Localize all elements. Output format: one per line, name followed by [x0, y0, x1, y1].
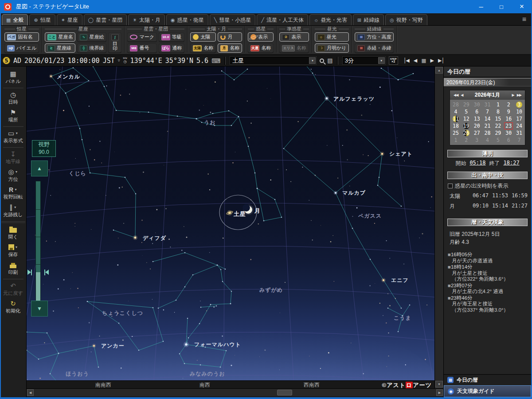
- step-dropdown-arrow[interactable]: ▼: [378, 57, 385, 64]
- step-multiplier-icon[interactable]: STEP×2: [389, 56, 398, 65]
- scroll-left-button[interactable]: ◀: [27, 389, 34, 396]
- vertical-scrollbar[interactable]: ▲ ▼: [434, 66, 443, 388]
- calendar-day[interactable]: 29: [461, 101, 472, 108]
- calendar-day[interactable]: 29: [493, 129, 503, 137]
- scroll-down-button[interactable]: ▼: [435, 381, 443, 387]
- calendar-day[interactable]: 8: [493, 108, 503, 115]
- sidebar-item-display-format[interactable]: ▭▼表示形式: [0, 128, 26, 146]
- constellation-name-button[interactable]: こと星座名: [45, 32, 75, 42]
- calendar-day[interactable]: 6: [472, 108, 482, 115]
- common-name-button[interactable]: ばら通称: [159, 43, 184, 53]
- bayer-button[interactable]: αβバイエル: [4, 43, 39, 53]
- limit-magnitude-field[interactable]: 5.6: [196, 57, 208, 65]
- sidebar-item-light-trail[interactable]: ∥▼光跡残し: [0, 202, 26, 220]
- azimuth-altitude-button[interactable]: ⊞方位・高度: [355, 32, 394, 42]
- calendar-day[interactable]: 2: [461, 137, 472, 144]
- calendar-day[interactable]: 7: [514, 137, 524, 144]
- calendar-day[interactable]: 28: [450, 101, 461, 108]
- minimize-button[interactable]: ─: [471, 0, 491, 13]
- calendar-day[interactable]: 15: [493, 115, 503, 122]
- calendar-day[interactable]: 12: [461, 115, 472, 122]
- tab-sun-moon[interactable]: ☀太陽・月: [128, 14, 165, 25]
- calendar-day[interactable]: 9: [503, 108, 514, 115]
- planet-display-button[interactable]: 表示: [248, 32, 274, 42]
- tab-comets[interactable]: ╲彗星・小惑星: [210, 14, 256, 25]
- time-field[interactable]: 18:00:00: [67, 57, 99, 65]
- panel-tab-phenomena-guide[interactable]: ◉天文現象ガイド: [444, 385, 531, 397]
- calendar-day[interactable]: 3: [514, 101, 524, 108]
- sidebar-item-undo[interactable]: ↶元に戻す: [0, 281, 26, 298]
- planet-name-button[interactable]: 火星名称: [248, 43, 274, 53]
- sidebar-item-azimuth[interactable]: ◎▼方位: [0, 167, 26, 184]
- calendar-day[interactable]: 22: [493, 122, 503, 129]
- panel-tab-today-calendar[interactable]: ▦今日の暦: [444, 374, 531, 385]
- sidebar-item-location[interactable]: ⚑場所: [0, 107, 26, 125]
- sun-name-button[interactable]: 太陽名称: [190, 43, 216, 53]
- search-icon[interactable]: [320, 59, 324, 63]
- sidebar-item-save[interactable]: ▼保存: [0, 242, 26, 260]
- calendar-day[interactable]: 14: [482, 115, 493, 122]
- fov-slider[interactable]: [35, 181, 41, 305]
- calendar-day[interactable]: 7: [482, 108, 493, 115]
- skip-forward-button[interactable]: ▶│: [436, 58, 446, 63]
- dwarf-display-button[interactable]: ②表示: [279, 32, 309, 42]
- skip-back-button[interactable]: │◀: [401, 58, 411, 63]
- target-dropdown-arrow[interactable]: ▼: [309, 57, 316, 64]
- stop-button[interactable]: ■: [419, 58, 428, 64]
- calendar-day[interactable]: 13: [472, 115, 482, 122]
- target-object-select[interactable]: 土星 ▼: [230, 56, 317, 65]
- now-clock-icon[interactable]: NOW◷: [123, 57, 127, 64]
- maximize-button[interactable]: □: [491, 0, 512, 13]
- proper-name-button[interactable]: ペガ固有名: [4, 32, 39, 42]
- marker-button[interactable]: ʃ目印: [108, 32, 121, 53]
- object-list-icon[interactable]: ▤: [327, 57, 332, 64]
- sidebar-item-fov-rotate[interactable]: R▼視野回転: [0, 184, 26, 202]
- star-chart[interactable]: メンカルアルフェラッツシェアトマルカブエニフディフダアンカーフォーマルハウトうお…: [27, 66, 434, 380]
- calendar-day-today[interactable]: 23: [503, 122, 514, 129]
- scroll-up-button[interactable]: ▲: [435, 67, 443, 74]
- calendar-day[interactable]: 10: [514, 108, 524, 115]
- calendar-day[interactable]: 6: [503, 137, 514, 144]
- constellation-art-button[interactable]: ∿星座絵: [77, 32, 106, 42]
- calendar-day[interactable]: 20: [472, 122, 482, 129]
- calendar-day[interactable]: 19: [461, 122, 472, 129]
- calendar-next-year-button[interactable]: ▶▶: [516, 93, 523, 97]
- sidebar-item-datetime[interactable]: ◷日時: [0, 90, 26, 107]
- calendar-day[interactable]: 3: [472, 137, 482, 144]
- longitude-field[interactable]: 139°44'E: [130, 57, 162, 65]
- show-planet-riseset-checkbox[interactable]: [448, 184, 453, 188]
- calendar-day[interactable]: 30: [503, 129, 514, 137]
- calendar-day[interactable]: 2: [503, 101, 514, 108]
- moonlight-button[interactable]: ☽月明かり: [315, 43, 349, 53]
- calendar-day[interactable]: 16: [503, 115, 514, 122]
- fov-slider-handle[interactable]: [27, 269, 49, 276]
- play-forward-button[interactable]: ▶: [428, 58, 436, 63]
- calendar-day[interactable]: 4: [450, 108, 461, 115]
- tab-fixed-stars[interactable]: ⊕恒星: [29, 14, 55, 25]
- calendar-day[interactable]: 1: [493, 101, 503, 108]
- calendar-day[interactable]: 28: [482, 129, 493, 137]
- date-field[interactable]: 2026/01/23: [24, 57, 64, 65]
- calendar-day[interactable]: 31: [482, 101, 493, 108]
- sidebar-item-reset[interactable]: ↻初期化: [0, 298, 26, 316]
- calendar-day[interactable]: 17: [514, 115, 524, 122]
- moon-button[interactable]: 月: [218, 32, 242, 42]
- timezone-label[interactable]: JST: [103, 57, 115, 65]
- latitude-field[interactable]: 35°39'N: [165, 57, 193, 65]
- horizontal-scroll-thumb[interactable]: [277, 390, 292, 395]
- ra-dec-button[interactable]: ⊞赤経・赤緯: [355, 43, 394, 53]
- calendar-day[interactable]: 27: [472, 129, 482, 137]
- number-button[interactable]: M8番号: [127, 43, 157, 53]
- fov-zoom-in-button[interactable]: ▲: [31, 160, 48, 176]
- daylight-button[interactable]: ☼昼光: [315, 32, 349, 42]
- calendar-day[interactable]: 5: [461, 108, 472, 115]
- horizontal-scrollbar[interactable]: ◀ ▶: [27, 388, 443, 396]
- calendar-day[interactable]: 25: [450, 129, 461, 137]
- calendar-day[interactable]: 31: [514, 129, 524, 137]
- sun-button[interactable]: 太陽: [190, 32, 216, 42]
- calendar-next-month-button[interactable]: ▶: [511, 93, 516, 97]
- play-back-button[interactable]: ◀: [411, 58, 419, 63]
- tab-nebulae[interactable]: ◯星雲・星団: [84, 14, 127, 25]
- sidebar-item-panel[interactable]: ▦パネル: [0, 69, 26, 86]
- fov-zoom-out-button[interactable]: ▼: [31, 301, 48, 317]
